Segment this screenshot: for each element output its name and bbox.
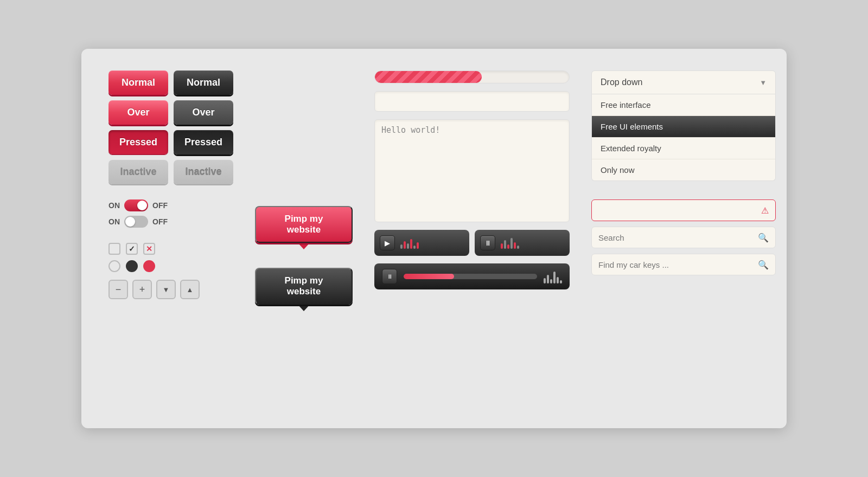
player-row-mini: ▶ ⏸: [374, 230, 570, 256]
big-pause-button[interactable]: ⏸: [382, 269, 397, 284]
toggle-1-knob: [137, 201, 147, 210]
toggle2-on-label: ON: [108, 217, 120, 226]
dropdown-item-0[interactable]: Free interface: [592, 94, 775, 116]
bar4: [410, 239, 412, 249]
stepper-minus[interactable]: −: [108, 280, 128, 299]
toggle-1[interactable]: [124, 199, 148, 211]
toggle2-off-label: OFF: [152, 217, 168, 226]
pink-tooltip-button[interactable]: Pimp my website: [255, 206, 353, 243]
checkbox-x[interactable]: ✕: [143, 243, 155, 255]
pink-pressed-button[interactable]: Pressed: [108, 130, 168, 154]
pause-button[interactable]: ⏸: [480, 235, 495, 250]
dropdown-item-3[interactable]: Only now: [592, 159, 775, 181]
bar6: [417, 242, 419, 249]
bar5: [413, 246, 416, 249]
big-progress-bar[interactable]: [404, 274, 537, 279]
over-button-row: Over Over: [108, 100, 233, 125]
dark-pressed-button[interactable]: Pressed: [174, 130, 233, 154]
toggle-section: ON OFF ON OFF: [108, 199, 233, 228]
column-tooltip-buttons: Pimp my website Pimp my website: [255, 70, 353, 407]
toggle-row-2: ON OFF: [108, 216, 233, 228]
play-button[interactable]: ▶: [380, 235, 395, 250]
big-progress-fill: [404, 274, 454, 279]
pressed-button-row: Pressed Pressed: [108, 130, 233, 154]
player-pause: ⏸: [475, 230, 570, 256]
toggle1-off-label: OFF: [152, 201, 168, 210]
text-input[interactable]: [374, 91, 570, 112]
player-bars-1: [400, 237, 419, 249]
player-bars-2: [501, 237, 519, 249]
bar11: [514, 242, 516, 249]
dark-over-button[interactable]: Over: [174, 100, 233, 125]
stepper-up[interactable]: ▲: [180, 280, 200, 299]
bar2: [404, 241, 406, 249]
radio-dark[interactable]: [126, 260, 138, 272]
dark-tooltip-wrap: Pimp my website: [255, 268, 353, 311]
stepper-row: − + ▼ ▲: [108, 280, 233, 299]
dropdown-arrow-icon: ▼: [760, 79, 767, 87]
bigbar2: [547, 275, 549, 283]
bigbar6: [560, 280, 562, 283]
dropdown-item-1[interactable]: Free UI elements: [592, 116, 775, 138]
bigbar1: [544, 278, 546, 283]
checkbox-row: ✓ ✕: [108, 243, 233, 255]
radio-row: [108, 260, 233, 272]
toggle1-on-label: ON: [108, 201, 120, 210]
bar3: [407, 243, 409, 249]
bigbar3: [550, 279, 552, 283]
radio-empty[interactable]: [108, 260, 120, 272]
toggle-row-1: ON OFF: [108, 199, 233, 211]
search-icon-1[interactable]: 🔍: [758, 233, 769, 243]
pink-inactive-button: Inactive: [108, 160, 168, 184]
search-icon-2[interactable]: 🔍: [758, 260, 769, 270]
dark-tooltip-button[interactable]: Pimp my website: [255, 268, 353, 305]
bar7: [501, 243, 503, 249]
warning-icon: ⚠: [761, 205, 769, 216]
bigbar5: [557, 277, 559, 283]
column-inputs: Hello world! ▶ ⏸: [374, 70, 570, 407]
pink-over-button[interactable]: Over: [108, 100, 168, 125]
stepper-plus[interactable]: +: [132, 280, 152, 299]
column-dropdown: Drop down ▼ Free interface Free UI eleme…: [591, 70, 776, 407]
main-card: Normal Normal Over Over Pressed Pressed …: [81, 49, 787, 428]
toggle-2-knob: [125, 217, 135, 227]
stepper-down[interactable]: ▼: [156, 280, 176, 299]
toggle-2[interactable]: [124, 216, 148, 228]
dropdown-menu: Free interface Free UI elements Extended…: [591, 94, 776, 181]
pink-tooltip-arrow: [298, 243, 310, 249]
dropdown-header-label: Drop down: [601, 78, 642, 87]
player-play: ▶: [374, 230, 469, 256]
dropdown-header[interactable]: Drop down ▼: [591, 70, 776, 94]
search-input-1[interactable]: [598, 233, 754, 242]
dark-tooltip-arrow: [298, 305, 310, 311]
warning-input[interactable]: [598, 206, 757, 215]
checkbox-checked[interactable]: ✓: [126, 243, 138, 255]
bar8: [504, 240, 506, 249]
textarea-input[interactable]: Hello world!: [374, 119, 570, 222]
dropdown-item-2[interactable]: Extended royalty: [592, 138, 775, 159]
column-buttons: Normal Normal Over Over Pressed Pressed …: [108, 70, 233, 407]
bar12: [517, 246, 519, 249]
bigbar4: [553, 272, 556, 283]
inactive-button-row: Inactive Inactive: [108, 160, 233, 184]
normal-button-row: Normal Normal: [108, 70, 233, 95]
search-field-2-wrap: 🔍: [591, 254, 776, 275]
search-field-1-wrap: 🔍: [591, 227, 776, 248]
checkbox-empty[interactable]: [108, 243, 120, 255]
pink-tooltip-wrap: Pimp my website: [255, 206, 353, 249]
pink-normal-button[interactable]: Normal: [108, 70, 168, 95]
bar1: [400, 244, 403, 249]
player-big: ⏸: [374, 263, 570, 289]
search-input-2[interactable]: [598, 260, 754, 269]
checkbox-section: ✓ ✕ − + ▼ ▲: [108, 243, 233, 299]
radio-pink[interactable]: [143, 260, 155, 272]
dark-inactive-button: Inactive: [174, 160, 233, 184]
bar10: [510, 238, 513, 249]
bar9: [507, 244, 509, 249]
dark-normal-button[interactable]: Normal: [174, 70, 233, 95]
big-player-bars: [544, 269, 562, 283]
warning-input-wrap: ⚠: [591, 199, 776, 221]
progress-bar-container: [374, 70, 570, 83]
progress-bar-fill: [375, 71, 482, 83]
